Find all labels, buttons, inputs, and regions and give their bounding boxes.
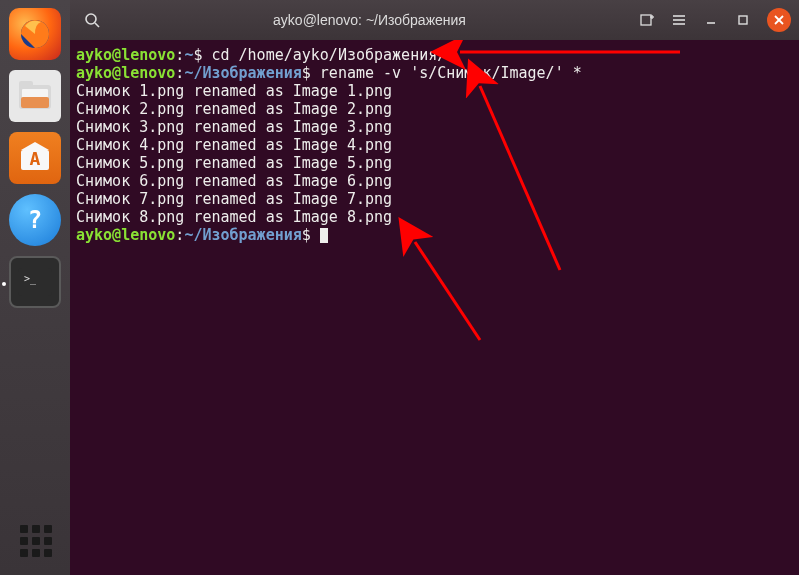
new-tab-button[interactable] bbox=[633, 6, 661, 34]
output-line: Снимок 1.png renamed as Image 1.png bbox=[76, 82, 392, 100]
close-button[interactable] bbox=[767, 8, 791, 32]
close-icon bbox=[773, 14, 785, 26]
dock: A ? >_ bbox=[0, 0, 70, 575]
output-line: Снимок 3.png renamed as Image 3.png bbox=[76, 118, 392, 136]
dock-software-icon[interactable]: A bbox=[9, 132, 61, 184]
svg-text:A: A bbox=[30, 148, 41, 169]
minimize-icon bbox=[704, 13, 718, 27]
prompt-line-3: ayko@lenovo:~/Изображения$ bbox=[76, 226, 328, 244]
window-title: ayko@lenovo: ~/Изображения bbox=[106, 12, 633, 28]
svg-point-10 bbox=[86, 14, 96, 24]
output-line: Снимок 2.png renamed as Image 2.png bbox=[76, 100, 392, 118]
prompt-line-1: ayko@lenovo:~$ cd /home/ayko/Изображения… bbox=[76, 46, 446, 64]
minimize-button[interactable] bbox=[697, 6, 725, 34]
output-line: Снимок 5.png renamed as Image 5.png bbox=[76, 154, 392, 172]
svg-rect-4 bbox=[21, 97, 49, 108]
window-controls bbox=[633, 6, 791, 34]
output-line: Снимок 7.png renamed as Image 7.png bbox=[76, 190, 392, 208]
svg-rect-2 bbox=[19, 81, 33, 89]
output-line: Снимок 8.png renamed as Image 8.png bbox=[76, 208, 392, 226]
svg-text:?: ? bbox=[28, 206, 42, 234]
terminal-window: ayko@lenovo: ~/Изображения ayko@lenovo:~… bbox=[70, 0, 799, 575]
output-line: Снимок 4.png renamed as Image 4.png bbox=[76, 136, 392, 154]
search-icon bbox=[84, 12, 100, 28]
maximize-icon bbox=[736, 13, 750, 27]
svg-rect-12 bbox=[641, 15, 651, 25]
prompt-line-2: ayko@lenovo:~/Изображения$ rename -v 's/… bbox=[76, 64, 582, 82]
svg-text:>_: >_ bbox=[24, 273, 37, 285]
maximize-button[interactable] bbox=[729, 6, 757, 34]
dock-help-icon[interactable]: ? bbox=[9, 194, 61, 246]
svg-line-23 bbox=[480, 86, 560, 270]
svg-line-24 bbox=[415, 242, 480, 340]
hamburger-icon bbox=[671, 12, 687, 28]
dock-terminal-icon[interactable]: >_ bbox=[9, 256, 61, 308]
titlebar: ayko@lenovo: ~/Изображения bbox=[70, 0, 799, 40]
dock-apps-grid-icon[interactable] bbox=[20, 525, 52, 557]
svg-line-11 bbox=[95, 23, 99, 27]
search-button[interactable] bbox=[78, 6, 106, 34]
terminal-body[interactable]: ayko@lenovo:~$ cd /home/ayko/Изображения… bbox=[70, 40, 799, 575]
output-line: Снимок 6.png renamed as Image 6.png bbox=[76, 172, 392, 190]
dock-files-icon[interactable] bbox=[9, 70, 61, 122]
dock-firefox-icon[interactable] bbox=[9, 8, 61, 60]
cursor bbox=[320, 228, 328, 243]
menu-button[interactable] bbox=[665, 6, 693, 34]
svg-rect-19 bbox=[739, 16, 747, 24]
new-tab-icon bbox=[639, 12, 655, 28]
